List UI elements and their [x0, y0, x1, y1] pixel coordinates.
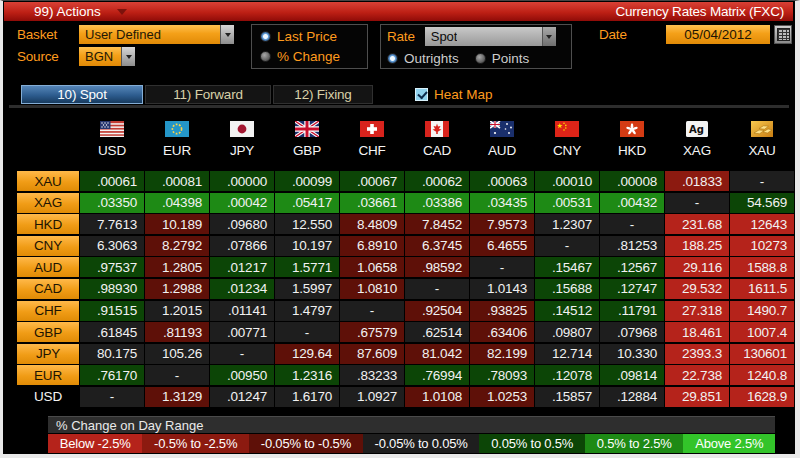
rate-cell-hkd-usd[interactable]: 7.7613 [80, 214, 144, 234]
chevron-down-icon[interactable] [220, 25, 234, 44]
rate-cell-usd-xau[interactable]: 1628.9 [730, 387, 794, 407]
rate-cell-jpy-chf[interactable]: 87.609 [340, 344, 404, 364]
column-header-eur[interactable]: EUR [145, 121, 209, 158]
rate-cell-xag-chf[interactable]: .03661 [340, 193, 404, 213]
rate-cell-xau-gbp[interactable]: .00099 [275, 171, 339, 191]
rate-cell-jpy-hkd[interactable]: 10.330 [600, 344, 664, 364]
tab-11-forward[interactable]: 11) Forward [145, 85, 271, 104]
heat-map-toggle[interactable]: Heat Map [415, 87, 493, 102]
row-header-gbp[interactable]: GBP [17, 322, 79, 342]
points-option[interactable]: Points [475, 51, 530, 66]
rate-cell-gbp-cad[interactable]: .62514 [405, 322, 469, 342]
row-header-eur[interactable]: EUR [17, 365, 79, 385]
rate-cell-eur-cad[interactable]: .76994 [405, 365, 469, 385]
rate-cell-xau-xau[interactable]: - [730, 171, 794, 191]
rate-cell-chf-cny[interactable]: .14512 [535, 301, 599, 321]
rate-cell-hkd-cad[interactable]: 7.8452 [405, 214, 469, 234]
column-header-chf[interactable]: CHF [340, 121, 404, 158]
rate-cell-chf-eur[interactable]: 1.2015 [145, 301, 209, 321]
rate-cell-chf-chf[interactable]: - [340, 301, 404, 321]
rate-cell-cad-cny[interactable]: .15688 [535, 279, 599, 299]
rate-cell-usd-usd[interactable]: - [80, 387, 144, 407]
rate-cell-jpy-xag[interactable]: 2393.3 [665, 344, 729, 364]
rate-cell-cad-chf[interactable]: 1.0810 [340, 279, 404, 299]
rate-cell-hkd-chf[interactable]: 8.4809 [340, 214, 404, 234]
chevron-down-icon[interactable] [121, 47, 135, 66]
tab-12-fixing[interactable]: 12) Fixing [273, 85, 373, 104]
rate-cell-jpy-aud[interactable]: 82.199 [470, 344, 534, 364]
date-input[interactable]: 05/04/2012 [666, 25, 770, 44]
row-header-chf[interactable]: CHF [17, 301, 79, 321]
rate-cell-gbp-jpy[interactable]: .00771 [210, 322, 274, 342]
rate-cell-aud-jpy[interactable]: .01217 [210, 257, 274, 277]
rate-cell-gbp-cny[interactable]: .09807 [535, 322, 599, 342]
rate-cell-eur-xau[interactable]: 1240.8 [730, 365, 794, 385]
rate-cell-cad-xag[interactable]: 29.532 [665, 279, 729, 299]
rate-cell-hkd-xag[interactable]: 231.68 [665, 214, 729, 234]
rate-cell-xag-gbp[interactable]: .05417 [275, 193, 339, 213]
rate-cell-usd-cny[interactable]: .15857 [535, 387, 599, 407]
rate-cell-gbp-chf[interactable]: .67579 [340, 322, 404, 342]
rate-cell-eur-xag[interactable]: 22.738 [665, 365, 729, 385]
source-select[interactable]: BGN [79, 47, 135, 66]
rate-cell-xag-cny[interactable]: .00531 [535, 193, 599, 213]
rate-cell-xag-usd[interactable]: .03350 [80, 193, 144, 213]
rate-cell-xag-eur[interactable]: .04398 [145, 193, 209, 213]
rate-cell-eur-cny[interactable]: .12078 [535, 365, 599, 385]
rate-cell-xag-xau[interactable]: 54.569 [730, 193, 794, 213]
rate-cell-cad-cad[interactable]: - [405, 279, 469, 299]
column-header-aud[interactable]: AUD [470, 121, 534, 158]
column-header-cad[interactable]: CAD [405, 121, 469, 158]
column-header-jpy[interactable]: JPY [210, 121, 274, 158]
rate-cell-xag-jpy[interactable]: .00042 [210, 193, 274, 213]
rate-cell-gbp-hkd[interactable]: .07968 [600, 322, 664, 342]
row-header-cny[interactable]: CNY [17, 236, 79, 256]
rate-cell-usd-gbp[interactable]: 1.6170 [275, 387, 339, 407]
actions-menu-button[interactable]: 99) Actions [34, 2, 127, 21]
column-header-gbp[interactable]: GBP [275, 121, 339, 158]
rate-cell-cad-jpy[interactable]: .01234 [210, 279, 274, 299]
rate-cell-usd-aud[interactable]: 1.0253 [470, 387, 534, 407]
rate-cell-hkd-eur[interactable]: 10.189 [145, 214, 209, 234]
rate-cell-eur-chf[interactable]: .83233 [340, 365, 404, 385]
rate-cell-jpy-eur[interactable]: 105.26 [145, 344, 209, 364]
rate-cell-cny-eur[interactable]: 8.2792 [145, 236, 209, 256]
rate-cell-cny-chf[interactable]: 6.8910 [340, 236, 404, 256]
rate-cell-jpy-gbp[interactable]: 129.64 [275, 344, 339, 364]
column-header-hkd[interactable]: HKD [600, 121, 664, 158]
rate-cell-aud-eur[interactable]: 1.2805 [145, 257, 209, 277]
rate-cell-cad-usd[interactable]: .98930 [80, 279, 144, 299]
rate-cell-jpy-usd[interactable]: 80.175 [80, 344, 144, 364]
rate-cell-xau-cad[interactable]: .00062 [405, 171, 469, 191]
tab-10-spot[interactable]: 10) Spot [21, 85, 143, 104]
rate-cell-jpy-cad[interactable]: 81.042 [405, 344, 469, 364]
rate-cell-chf-hkd[interactable]: .11791 [600, 301, 664, 321]
rate-cell-chf-cad[interactable]: .92504 [405, 301, 469, 321]
rate-cell-usd-chf[interactable]: 1.0927 [340, 387, 404, 407]
rate-cell-cny-usd[interactable]: 6.3063 [80, 236, 144, 256]
rate-cell-xau-usd[interactable]: .00061 [80, 171, 144, 191]
column-header-cny[interactable]: CNY [535, 121, 599, 158]
rate-cell-usd-cad[interactable]: 1.0108 [405, 387, 469, 407]
row-header-jpy[interactable]: JPY [17, 344, 79, 364]
rate-cell-jpy-cny[interactable]: 12.714 [535, 344, 599, 364]
rate-cell-aud-aud[interactable]: - [470, 257, 534, 277]
rate-cell-cny-xau[interactable]: 10273 [730, 236, 794, 256]
rate-cell-xag-hkd[interactable]: .00432 [600, 193, 664, 213]
rate-cell-gbp-gbp[interactable]: - [275, 322, 339, 342]
rate-cell-chf-jpy[interactable]: .01141 [210, 301, 274, 321]
rate-cell-xau-eur[interactable]: .00081 [145, 171, 209, 191]
rate-cell-xau-hkd[interactable]: .00008 [600, 171, 664, 191]
rate-cell-cad-aud[interactable]: 1.0143 [470, 279, 534, 299]
last-price-option[interactable]: Last Price [260, 29, 359, 44]
rate-cell-xag-cad[interactable]: .03386 [405, 193, 469, 213]
rate-cell-eur-eur[interactable]: - [145, 365, 209, 385]
rate-cell-eur-jpy[interactable]: .00950 [210, 365, 274, 385]
rate-cell-xau-aud[interactable]: .00063 [470, 171, 534, 191]
basket-select[interactable]: User Defined [79, 25, 234, 44]
rate-cell-aud-chf[interactable]: 1.0658 [340, 257, 404, 277]
rate-cell-xau-jpy[interactable]: .00000 [210, 171, 274, 191]
rate-cell-cad-gbp[interactable]: 1.5997 [275, 279, 339, 299]
rate-cell-aud-hkd[interactable]: .12567 [600, 257, 664, 277]
rate-cell-chf-xag[interactable]: 27.318 [665, 301, 729, 321]
